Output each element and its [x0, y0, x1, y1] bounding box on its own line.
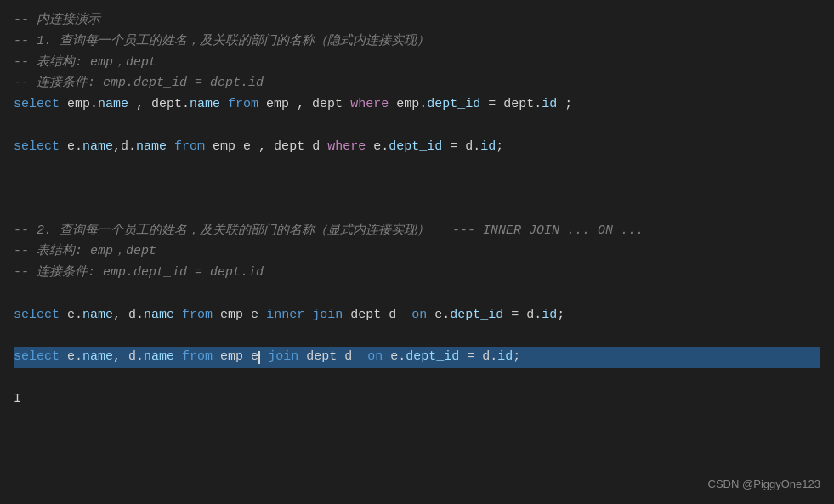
line-sql-4-highlighted[interactable]: select e.name, d.name from emp e join de…: [14, 347, 820, 368]
line-empty-1: [14, 116, 820, 137]
line-sql-1: select emp.name , dept.name from emp , d…: [14, 94, 820, 116]
line-comment-5: -- 2. 查询每一个员工的姓名，及关联的部门的名称（显式内连接实现） --- …: [14, 221, 820, 242]
line-sql-3: select e.name, d.name from emp e inner j…: [14, 305, 820, 326]
line-empty-6: [14, 326, 820, 347]
code-editor: -- 内连接演示 -- 1. 查询每一个员工的姓名，及关联的部门的名称（隐式内连…: [0, 0, 834, 504]
line-empty-3: [14, 178, 820, 200]
line-caret: I: [14, 389, 820, 411]
watermark: CSDN @PiggyOne123: [708, 476, 820, 494]
line-empty-4: [14, 200, 820, 221]
line-comment-6: -- 表结构: emp，dept: [14, 241, 820, 263]
line-empty-2: [14, 157, 820, 178]
line-comment-2: -- 1. 查询每一个员工的姓名，及关联的部门的名称（隐式内连接实现）: [14, 31, 820, 53]
line-sql-2: select e.name,d.name from emp e , dept d…: [14, 137, 820, 158]
line-empty-5: [14, 284, 820, 305]
line-comment-4: -- 连接条件: emp.dept_id = dept.id: [14, 73, 820, 94]
line-comment-7: -- 连接条件: emp.dept_id = dept.id: [14, 263, 820, 284]
line-comment-3: -- 表结构: emp，dept: [14, 53, 820, 74]
line-comment-1: -- 内连接演示: [14, 10, 820, 31]
line-empty-7: [14, 368, 820, 389]
